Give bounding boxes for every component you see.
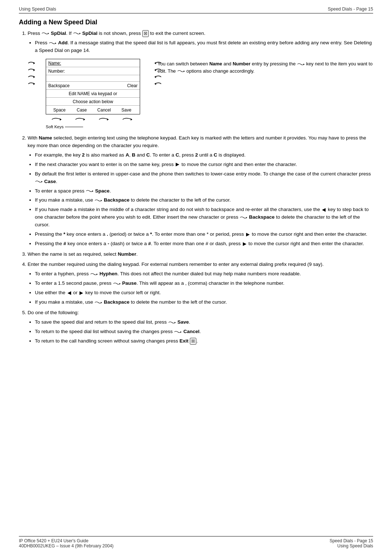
svg-marker-11 xyxy=(60,118,61,121)
softkey-icon-1 xyxy=(51,116,64,123)
svg-marker-13 xyxy=(107,118,109,121)
right-arrow-1 xyxy=(154,60,162,66)
screen-number: Number: xyxy=(46,67,140,75)
note-icon xyxy=(297,62,305,67)
left-arrow-1 xyxy=(28,60,36,66)
clear-label: Clear xyxy=(127,82,138,89)
svg-marker-14 xyxy=(131,118,132,121)
arrow-left-icon-2 xyxy=(67,291,72,296)
step-4-bullets: To enter a hyphen, press Hyphen. This do… xyxy=(35,270,373,306)
backspace-label: Backspace xyxy=(48,82,70,89)
step-4-b3: Use either the or key to move the cursor… xyxy=(35,289,373,297)
spdial-icon-1 xyxy=(41,31,49,36)
soft-keys-label-row: Soft Keys xyxy=(46,124,151,130)
step-2-b3: By default the first letter is entered i… xyxy=(35,170,373,186)
step-4-b2: To enter a 1.5 second pause, press Pause… xyxy=(35,280,373,287)
step-1-text: Press SpDial. If SpDial is not shown, pr… xyxy=(28,31,205,36)
step-4-b1: To enter a hyphen, press Hyphen. This do… xyxy=(35,270,373,278)
screen-softkey-row: Space Case Cancel Save xyxy=(46,106,140,114)
step-4-text: Enter the number required using the dial… xyxy=(28,262,324,267)
svg-marker-7 xyxy=(155,62,156,64)
arrow-right-icon-2 xyxy=(245,232,250,237)
backspace-icon-3 xyxy=(94,300,102,305)
svg-marker-31 xyxy=(180,331,181,333)
svg-marker-30 xyxy=(175,322,176,323)
arrow-right-icon-1 xyxy=(175,162,180,167)
svg-marker-21 xyxy=(322,208,326,212)
page-wrapper: Using Speed Dials Speed Dials - Page 15 … xyxy=(0,0,392,555)
svg-marker-26 xyxy=(119,283,121,284)
right-arrow-3 xyxy=(154,73,162,80)
page-title: Adding a New Speed Dial xyxy=(19,19,373,26)
screen-backspace: Backspace Clear xyxy=(46,82,140,90)
footer-left-line1: IP Office 5420 + EU24 User's Guide xyxy=(19,538,114,543)
svg-marker-20 xyxy=(101,200,102,201)
footer-right-line2: Using Speed Dials xyxy=(330,543,373,548)
svg-marker-27 xyxy=(68,291,71,295)
softkey-icon-4 xyxy=(122,116,135,123)
svg-marker-8 xyxy=(155,69,156,71)
arrow-left-icon-1 xyxy=(321,207,326,212)
svg-marker-1 xyxy=(79,33,81,34)
footer-left: IP Office 5420 + EU24 User's Guide 40DHB… xyxy=(19,538,114,548)
left-arrow-3 xyxy=(28,73,36,80)
softkey-space: Space xyxy=(52,107,68,113)
step-1: Press SpDial. If SpDial is not shown, pr… xyxy=(28,30,373,130)
step-3-text: When the name is set as required, select… xyxy=(28,251,138,257)
phone-diagram: Name: Number: Backspace Clear Edit NAME … xyxy=(28,59,373,130)
svg-marker-5 xyxy=(33,76,35,78)
svg-marker-6 xyxy=(33,83,35,85)
step-2-b2: If the next character you want to enter … xyxy=(35,161,373,169)
step-2: With Name selected, begin entering text … xyxy=(28,134,373,248)
step-1-bullets: Press Add. If a message stating that the… xyxy=(35,39,373,54)
step-5-bullets: To save the speed dial and return to the… xyxy=(35,319,373,345)
svg-marker-16 xyxy=(184,70,185,72)
step-2-b8: Pressing the # key once enters a - (dash… xyxy=(35,240,373,248)
right-arrows xyxy=(154,59,162,87)
svg-marker-4 xyxy=(33,69,35,71)
step-5-b2: To return to the speed dial list without… xyxy=(35,328,373,336)
step-2-b7: Pressing the * key once enters a . (peri… xyxy=(35,231,373,238)
left-arrow-2 xyxy=(28,66,36,73)
screen-edit-line2: Choose action below xyxy=(46,98,140,106)
softkeys-line xyxy=(65,127,83,127)
step-2-bullets: For example, the key 2 is also marked as… xyxy=(35,151,373,248)
softkey-save: Save xyxy=(118,107,134,113)
screen-edit-line1: Edit NAME via keypad or xyxy=(46,90,140,98)
step-3: When the name is set as required, select… xyxy=(28,251,373,258)
svg-marker-25 xyxy=(97,274,98,275)
backspace-icon-1 xyxy=(94,198,102,203)
arrow-right-icon-3 xyxy=(242,242,247,247)
softkey-icons-row xyxy=(46,116,140,123)
footer-left-line2: 40DHB0002UKEG – Issue 4 (9th February 20… xyxy=(19,543,114,548)
step-5-b3: To return to the call handling screen wi… xyxy=(35,337,373,345)
softkey-icon-3 xyxy=(98,116,111,123)
step-4: Enter the number required using the dial… xyxy=(28,261,373,306)
cancel-icon xyxy=(174,329,182,335)
save-icon xyxy=(168,320,176,325)
step-2-text: With Name selected, begin entering text … xyxy=(28,135,366,148)
left-arrows xyxy=(28,59,36,87)
svg-marker-12 xyxy=(83,118,85,121)
add-icon xyxy=(49,41,57,46)
pause-icon xyxy=(113,281,121,286)
number-label: Number: xyxy=(48,69,65,74)
softkey-case: Case xyxy=(74,107,90,113)
svg-marker-2 xyxy=(55,42,56,44)
step-2-b1: For example, the key 2 is also marked as… xyxy=(35,151,373,159)
header-left: Using Speed Dials xyxy=(19,7,56,12)
step-2-b6: If you have made a mistake in the middle… xyxy=(35,206,373,229)
svg-marker-17 xyxy=(176,163,179,166)
step-5: Do one of the following: To save the spe… xyxy=(28,309,373,345)
phone-screen: Name: Number: Backspace Clear Edit NAME … xyxy=(46,59,140,114)
page-footer: IP Office 5420 + EU24 User's Guide 40DHB… xyxy=(19,536,373,548)
svg-marker-19 xyxy=(92,190,93,192)
case-icon xyxy=(35,179,43,184)
svg-marker-29 xyxy=(101,302,102,303)
note-icon-2 xyxy=(177,69,185,74)
footer-right-line1: Speed Dials - Page 15 xyxy=(330,538,373,543)
space-icon xyxy=(86,189,94,194)
left-arrow-4 xyxy=(28,80,36,87)
svg-marker-10 xyxy=(155,83,156,85)
steps-list: Press SpDial. If SpDial is not shown, pr… xyxy=(28,30,373,345)
